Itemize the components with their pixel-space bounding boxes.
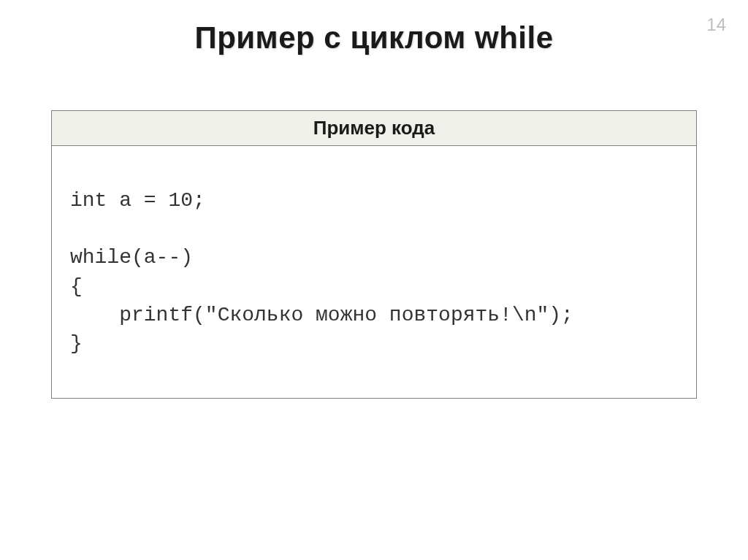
code-box-header: Пример кода bbox=[52, 111, 696, 146]
slide-title: Пример с циклом while bbox=[0, 0, 748, 55]
code-example-box: Пример кода int a = 10; while(a--) { pri… bbox=[51, 110, 697, 399]
page-number: 14 bbox=[706, 15, 726, 35]
code-box-body: int a = 10; while(a--) { printf("Сколько… bbox=[52, 146, 696, 398]
